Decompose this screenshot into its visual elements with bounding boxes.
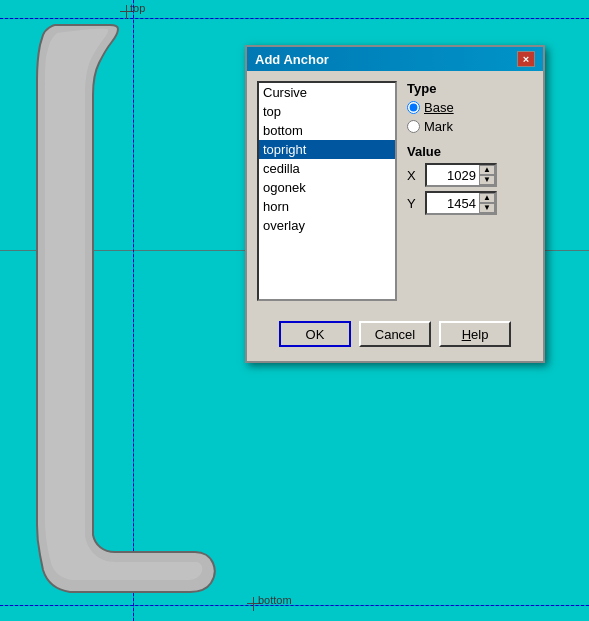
ok-button[interactable]: OK	[279, 321, 351, 347]
add-anchor-dialog: Add Anchor × Cursive top bottom topright…	[245, 45, 545, 363]
list-item-top[interactable]: top	[259, 102, 395, 121]
dialog-titlebar: Add Anchor ×	[247, 47, 543, 71]
x-coord-row: X ▲ ▼	[407, 163, 533, 187]
y-coord-row: Y ▲ ▼	[407, 191, 533, 215]
type-section-label: Type	[407, 81, 533, 96]
type-radio-group: Base Mark	[407, 100, 533, 134]
type-mark-label: Mark	[424, 119, 453, 134]
type-base-label: Base	[424, 100, 454, 115]
cancel-button[interactable]: Cancel	[359, 321, 431, 347]
help-button[interactable]: Help	[439, 321, 511, 347]
x-increment-button[interactable]: ▲	[479, 165, 495, 175]
value-section: Value X ▲ ▼ Y	[407, 144, 533, 215]
y-spinner: ▲ ▼	[425, 191, 497, 215]
list-item-ogonek[interactable]: ogonek	[259, 178, 395, 197]
x-input[interactable]	[427, 167, 479, 184]
dialog-buttons: OK Cancel Help	[257, 313, 533, 351]
list-item-overlay[interactable]: overlay	[259, 216, 395, 235]
letter-l-svg	[15, 15, 235, 600]
y-input[interactable]	[427, 195, 479, 212]
x-spinner: ▲ ▼	[425, 163, 497, 187]
canvas-area: top bottom Add Anchor × Cursive top bott…	[0, 0, 589, 621]
list-item-topright[interactable]: topright	[259, 140, 395, 159]
type-mark-option[interactable]: Mark	[407, 119, 533, 134]
right-panel: Type Base Mark	[407, 81, 533, 301]
type-section: Type Base Mark	[407, 81, 533, 134]
anchor-listbox[interactable]: Cursive top bottom topright cedilla ogon…	[257, 81, 397, 301]
bottom-label: bottom	[258, 594, 292, 606]
y-decrement-button[interactable]: ▼	[479, 203, 495, 213]
guide-horizontal-bottom-dashed	[0, 605, 589, 606]
type-mark-radio[interactable]	[407, 120, 420, 133]
y-spinner-buttons: ▲ ▼	[479, 193, 495, 213]
list-item-cedilla[interactable]: cedilla	[259, 159, 395, 178]
list-item-bottom[interactable]: bottom	[259, 121, 395, 140]
x-spinner-buttons: ▲ ▼	[479, 165, 495, 185]
value-section-label: Value	[407, 144, 533, 159]
type-base-radio[interactable]	[407, 101, 420, 114]
list-item-cursive[interactable]: Cursive	[259, 83, 395, 102]
type-base-option[interactable]: Base	[407, 100, 533, 115]
x-decrement-button[interactable]: ▼	[479, 175, 495, 185]
top-label: top	[130, 2, 145, 14]
dialog-body: Cursive top bottom topright cedilla ogon…	[247, 71, 543, 361]
dialog-title: Add Anchor	[255, 52, 329, 67]
dialog-content: Cursive top bottom topright cedilla ogon…	[257, 81, 533, 301]
y-label: Y	[407, 196, 421, 211]
dialog-close-button[interactable]: ×	[517, 51, 535, 67]
list-item-horn[interactable]: horn	[259, 197, 395, 216]
x-label: X	[407, 168, 421, 183]
y-increment-button[interactable]: ▲	[479, 193, 495, 203]
